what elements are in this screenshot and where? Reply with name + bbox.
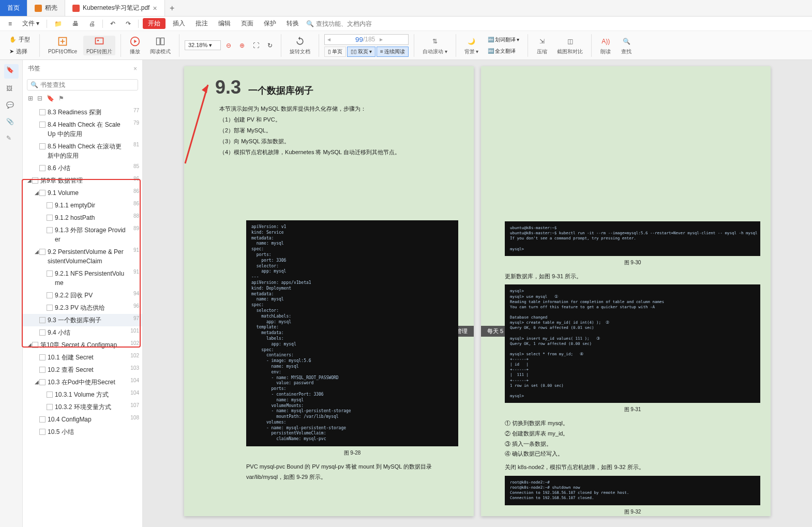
sidebar-close-icon[interactable]: ×: [133, 65, 137, 72]
fit-width-icon[interactable]: ⛶: [250, 41, 262, 50]
print-icon[interactable]: 🖨: [86, 19, 98, 28]
background[interactable]: 🌙背景 ▾: [461, 36, 482, 55]
bookmark-item[interactable]: 10.3.1 Volume 方式104: [23, 388, 142, 401]
global-search-input[interactable]: [316, 20, 388, 27]
attach-rail-icon[interactable]: 📎: [6, 118, 17, 128]
tab-doc1[interactable]: 稻壳: [27, 0, 65, 16]
bookmark-item[interactable]: 10.5 小结: [23, 426, 142, 438]
add-bookmark-icon[interactable]: 🔖: [47, 95, 54, 102]
screenshot-compare[interactable]: ◫截图和对比: [554, 36, 586, 55]
bookmark-page: 104: [128, 378, 139, 383]
pdf-to-office[interactable]: PDF转Office: [45, 36, 80, 55]
open-icon[interactable]: 📁: [51, 19, 65, 28]
bookmark-item[interactable]: 9.2.1 NFS PersistentVolume91: [23, 267, 142, 289]
compress[interactable]: ⇲压缩: [533, 36, 551, 55]
tab-home[interactable]: 首页: [0, 0, 27, 16]
page-input-box[interactable]: ◂ /185 ▸: [324, 34, 409, 45]
word-translate[interactable]: 🔤 划词翻译 ▾: [485, 35, 522, 44]
bookmark-item[interactable]: 9.2.3 PV 动态供给96: [23, 302, 142, 314]
bookmark-item[interactable]: 9.3 一个数据库例子97: [23, 314, 142, 326]
bookmark-item[interactable]: ◢第10章 Secret & Configmap102: [23, 339, 142, 351]
menu-protect[interactable]: 保护: [261, 18, 279, 29]
bookmark-item[interactable]: 8.5 Health Check 在滚动更新中的应用81: [23, 140, 142, 162]
bookmark-item[interactable]: ◢9.1 Volume86: [23, 187, 142, 199]
bookmark-label: 9.2.2 回收 PV: [55, 291, 128, 300]
bookmark-page: 96: [128, 303, 139, 309]
bookmark-search-input[interactable]: [40, 81, 134, 88]
bookmark-item[interactable]: 10.1 创建 Secret102: [23, 351, 142, 364]
bookmark-item[interactable]: 10.2 查看 Secret103: [23, 364, 142, 376]
read-mode[interactable]: 阅读模式: [147, 36, 174, 55]
play-icon: [129, 36, 141, 47]
bookmark-item[interactable]: 9.1.3 外部 Storage Provider89: [23, 224, 142, 246]
bookmark-item[interactable]: ◢9.2 PersistentVolume & PersistentVolume…: [23, 246, 142, 267]
bookmark-leaf-icon: [32, 177, 38, 184]
menu-review[interactable]: 批注: [192, 18, 211, 29]
undo-icon[interactable]: ↶: [107, 19, 118, 28]
bookmark-item[interactable]: ◢10.3 在Pod中使用Secret104: [23, 376, 142, 388]
continuous-read[interactable]: ≡ 连续阅读: [377, 47, 409, 57]
file-menu[interactable]: 文件 ▾: [19, 18, 42, 29]
zoom-level[interactable]: 32.18% ▾: [185, 40, 221, 50]
bookmark-item[interactable]: 8.6 小结85: [23, 162, 142, 174]
hand-tool[interactable]: ✋手型: [6, 35, 33, 44]
play-button[interactable]: 播放: [126, 36, 144, 55]
redo-icon[interactable]: ↷: [123, 19, 134, 28]
zoom-in-icon[interactable]: ⊕: [236, 41, 248, 50]
double-page[interactable]: ▯▯ 双页 ▾: [347, 47, 375, 57]
menu-insert[interactable]: 插入: [170, 18, 188, 29]
new-tab-button[interactable]: +: [165, 0, 179, 16]
menu-start[interactable]: 开始: [143, 18, 166, 29]
menu-convert[interactable]: 转换: [283, 18, 302, 29]
bookmark-item[interactable]: 8.4 Health Check 在 Scale Up 中的应用79: [23, 118, 142, 140]
bookmark-item[interactable]: 10.4 ConfigMap108: [23, 413, 142, 426]
tab-doc2[interactable]: Kubernetes学习笔记.pdf×: [65, 0, 165, 16]
read-aloud[interactable]: A))朗读: [597, 36, 614, 55]
find[interactable]: 🔍查找: [618, 36, 635, 55]
page-current[interactable]: [332, 36, 363, 43]
auto-scroll[interactable]: ⇅自动滚动 ▾: [419, 36, 450, 55]
toolbar: ✋手型 ➤选择 PDF转Office PDF转图片 播放 阅读模式 32.18%…: [0, 31, 812, 60]
bookmark-item[interactable]: 9.4 小结101: [23, 326, 142, 339]
fit-page-icon[interactable]: ↻: [264, 41, 276, 50]
thumbnail-rail-icon[interactable]: 🖼: [6, 85, 17, 95]
bookmark-leaf-icon: [47, 270, 53, 277]
bookmark-label: 9.1.2 hostPath: [55, 213, 128, 222]
bookmark-leaf-icon: [39, 416, 46, 423]
global-search[interactable]: 🔍: [306, 20, 388, 27]
bookmark-rail-icon[interactable]: 🔖: [4, 64, 19, 79]
bookmark-item[interactable]: ◢第9章 数据管理86: [23, 174, 142, 187]
close-icon[interactable]: ×: [153, 4, 157, 12]
chevron-icon: ◢: [27, 177, 32, 183]
fig-928: 图 9-28: [246, 449, 458, 457]
bookmark-item[interactable]: 9.1.2 hostPath88: [23, 212, 142, 224]
bookmark-page: 86: [128, 188, 139, 194]
bookmark-item[interactable]: 10.3.2 环境变量方式107: [23, 401, 142, 413]
edit-rail-icon[interactable]: ✎: [6, 134, 17, 145]
select-tool[interactable]: ➤选择: [6, 47, 33, 56]
pdf-to-image[interactable]: PDF转图片: [83, 36, 115, 55]
expand-all-icon[interactable]: ⊞: [28, 95, 33, 102]
full-translate[interactable]: 🔤 全文翻译: [485, 47, 522, 56]
bookmark-flag-icon[interactable]: ⚑: [58, 95, 64, 102]
menu-edit[interactable]: 编辑: [215, 18, 234, 29]
collapse-all-icon[interactable]: ⊟: [37, 95, 42, 102]
save-icon[interactable]: 🖶: [69, 19, 82, 28]
rotate-doc[interactable]: 旋转文档: [287, 36, 313, 55]
bookmark-item[interactable]: 9.2.2 回收 PV94: [23, 289, 142, 302]
bookmark-leaf-icon: [39, 354, 46, 360]
compress-icon: ⇲: [536, 36, 548, 47]
comment-rail-icon[interactable]: 💬: [6, 101, 17, 112]
bookmark-search[interactable]: 🔍: [27, 79, 138, 91]
bookmark-item[interactable]: 9.1.1 emptyDir86: [23, 199, 142, 212]
menu-icon[interactable]: ≡: [5, 19, 15, 28]
tab-icon: [35, 5, 42, 12]
pdf-viewer[interactable]: 9.3 一个数据库例子 本节演示如何为 MySQL 数据库提供持久化存储，步骤为…: [143, 60, 812, 527]
zoom-out-icon[interactable]: ⊖: [223, 41, 234, 50]
single-page[interactable]: ▯ 单页: [324, 47, 346, 57]
bookmark-label: 8.3 Readiness 探测: [48, 108, 128, 117]
zoom-controls: 32.18% ▾ ⊖ ⊕ ⛶ ↻: [185, 40, 276, 50]
bookmark-item[interactable]: 8.3 Readiness 探测77: [23, 106, 142, 118]
bookmark-label: 9.2.1 NFS PersistentVolume: [55, 269, 128, 288]
menu-page[interactable]: 页面: [238, 18, 257, 29]
